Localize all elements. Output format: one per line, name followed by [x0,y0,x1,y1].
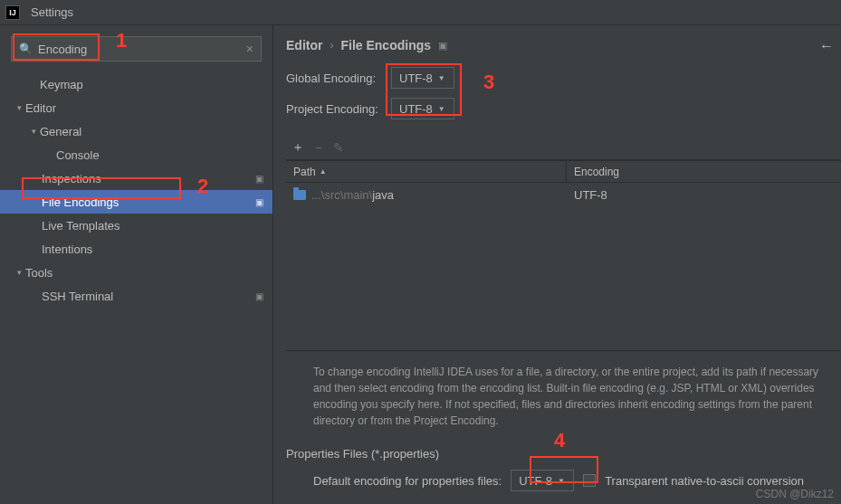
search-input[interactable]: 🔍 Encoding × [11,36,262,62]
sidebar: 🔍 Encoding × Keymap ▾ Editor ▾ General C… [0,25,273,504]
transparent-ascii-checkbox[interactable] [583,474,596,487]
titlebar: IJ Settings [0,0,841,25]
tree-item-file-encodings[interactable]: File Encodings ▣ [0,190,272,214]
search-icon: 🔍 [19,43,33,55]
clear-search-icon[interactable]: × [246,42,253,56]
global-encoding-select[interactable]: UTF-8 ▼ [391,67,454,89]
remove-button: − [315,140,322,155]
project-encoding-select[interactable]: UTF-8 ▼ [391,98,454,119]
edit-button: ✎ [333,140,344,155]
settings-tree: Keymap ▾ Editor ▾ General Console Inspec… [0,69,272,504]
default-props-encoding-select[interactable]: UTF-8 ▼ [511,470,574,491]
tree-item-intentions[interactable]: Intentions [0,237,272,261]
window-title: Settings [31,5,73,19]
tree-item-live-templates[interactable]: Live Templates [0,214,272,237]
add-button[interactable]: ＋ [291,139,304,156]
path-name: java [372,188,394,202]
tree-item-keymap[interactable]: Keymap [0,72,272,96]
path-prefix: ...\src\main\ [311,188,372,202]
column-path[interactable]: Path ▲ [286,161,567,182]
tree-item-ssh-terminal[interactable]: SSH Terminal ▣ [0,284,272,308]
project-encoding-label: Project Encoding: [286,102,391,116]
chevron-down-icon: ▾ [13,103,25,112]
global-encoding-label: Global Encoding: [286,71,391,85]
tree-item-general[interactable]: ▾ General [0,119,272,143]
properties-section-title: Properties Files (*.properties) [286,447,841,461]
column-encoding[interactable]: Encoding [567,161,841,182]
main-panel: ← Editor › File Encodings ▣ Global Encod… [273,25,841,504]
chevron-down-icon: ▼ [558,477,565,485]
default-props-encoding-label: Default encoding for properties files: [313,474,502,488]
chevron-right-icon: › [330,39,333,52]
transparent-ascii-label: Transparent native-to-ascii conversion [605,474,804,488]
search-value: Encoding [38,43,246,56]
project-level-icon: ▣ [255,197,263,207]
project-level-icon: ▣ [255,291,263,301]
tree-item-console[interactable]: Console [0,143,272,166]
tree-item-inspections[interactable]: Inspections ▣ [0,166,272,190]
sort-asc-icon: ▲ [320,167,327,176]
tree-item-tools[interactable]: ▾ Tools [0,261,272,284]
breadcrumb-editor[interactable]: Editor [286,38,322,52]
encoding-table: Path ▲ Encoding ...\src\main\java UTF-8 [286,160,841,350]
chevron-down-icon: ▼ [438,74,445,82]
breadcrumb-file-encodings: File Encodings [340,38,431,52]
help-text: To change encoding IntelliJ IDEA uses fo… [286,350,841,438]
breadcrumb: Editor › File Encodings ▣ [286,38,841,52]
back-arrow-icon[interactable]: ← [819,38,834,54]
app-logo: IJ [5,5,20,20]
watermark: CSDN @Dikz12 [756,488,834,500]
project-level-icon: ▣ [438,40,447,52]
table-toolbar: ＋ − ✎ [286,134,841,160]
row-encoding[interactable]: UTF-8 [567,188,841,202]
chevron-down-icon: ▾ [13,268,25,277]
chevron-down-icon: ▾ [27,127,40,136]
table-row[interactable]: ...\src\main\java UTF-8 [286,183,841,206]
chevron-down-icon: ▼ [438,105,445,113]
project-level-icon: ▣ [255,174,263,184]
folder-icon [293,190,306,200]
tree-item-editor[interactable]: ▾ Editor [0,96,272,119]
